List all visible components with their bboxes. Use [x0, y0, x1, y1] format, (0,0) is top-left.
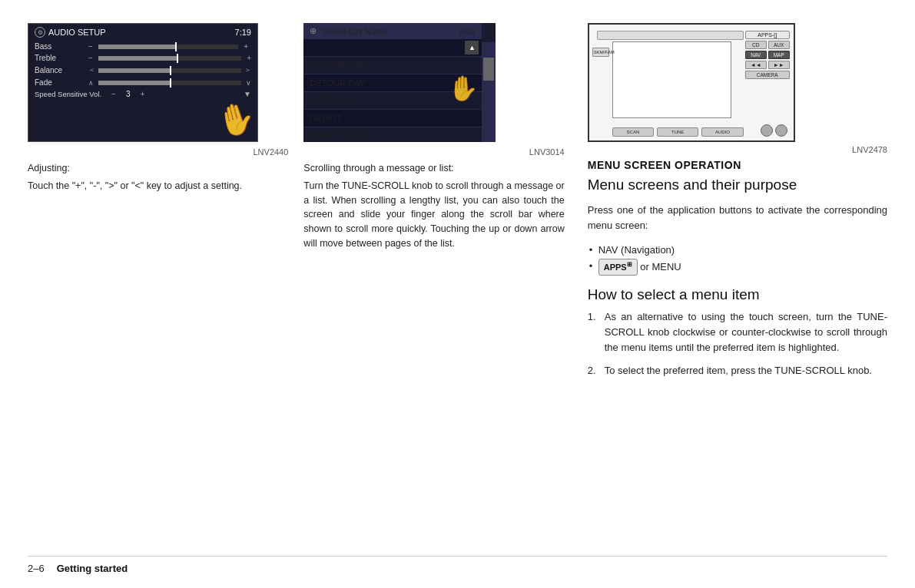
- city-scrollbar[interactable]: [482, 42, 496, 142]
- nav-device-wrapper: APPS-[] CD AUX NAV MAP ◄◄ ►►: [588, 23, 795, 142]
- device-right-buttons: APPS-[] CD AUX NAV MAP ◄◄ ►►: [745, 31, 790, 79]
- audio-plus-treble[interactable]: +: [244, 54, 251, 62]
- audio-settings-icon: ⚙: [35, 27, 45, 38]
- device-btn-apps[interactable]: APPS-[]: [745, 31, 790, 39]
- audio-left-balance[interactable]: ＜: [88, 65, 96, 75]
- city-name-3: DEWITT: [310, 114, 476, 123]
- device-knob-right[interactable]: [775, 124, 787, 137]
- device-bottom-buttons: SCAN TUNE AUDIO: [612, 127, 744, 137]
- device-btn-skm[interactable]: SKM/FAM: [592, 48, 609, 57]
- device-btn-map[interactable]: MAP: [768, 51, 790, 59]
- col3-caption: LNV2478: [588, 145, 887, 154]
- numbered-item-2-text: To select the preferred item, press the …: [605, 365, 872, 376]
- device-btn-row-media: ◄◄ ►►: [745, 61, 790, 69]
- bullet-nav-text: NAV (Navigation): [598, 244, 675, 256]
- audio-screen-content: ⚙ AUDIO SETUP 7:19 Bass −: [28, 24, 257, 104]
- city-screen-wrapper: ⊕ Select City Name: 8:01 ▲ DENVER TWP: [303, 23, 496, 142]
- city-screen-time: 8:01: [459, 27, 476, 36]
- city-row-0[interactable]: DENVER TWP: [303, 57, 482, 74]
- footer-page-num: 2–6: [28, 563, 45, 574]
- city-row-4[interactable]: DEWITT TWP: [303, 127, 482, 142]
- column-2: ⊕ Select City Name: 8:01 ▲ DENVER TWP: [296, 23, 572, 387]
- device-btn-fwd[interactable]: ►►: [768, 61, 790, 69]
- audio-screen-header: ⚙ AUDIO SETUP 7:19: [35, 27, 251, 38]
- city-scroll-up[interactable]: ▲: [303, 39, 482, 57]
- audio-screen-time: 7:19: [235, 28, 251, 37]
- device-btn-camera[interactable]: CAMERA: [745, 71, 790, 79]
- audio-plus-speed[interactable]: +: [138, 90, 145, 98]
- city-name-0: DENVER TWP: [310, 61, 476, 70]
- nav-device-inner: APPS-[] CD AUX NAV MAP ◄◄ ►►: [588, 23, 795, 142]
- bullet-apps-or: or MENU: [640, 260, 681, 272]
- device-knobs: [761, 124, 787, 137]
- device-btn-cd[interactable]: CD: [745, 41, 767, 49]
- audio-label-treble: Treble: [35, 54, 88, 62]
- device-btn-row-nav: NAV MAP: [745, 51, 790, 59]
- device-screen: [612, 41, 731, 118]
- audio-row-speed: Speed Sensitive Vol. − 3 + ▼: [35, 90, 251, 98]
- audio-speed-value: 3: [126, 90, 131, 98]
- device-btn-nav[interactable]: NAV: [745, 51, 767, 59]
- audio-plus-bass[interactable]: +: [240, 42, 248, 51]
- device-left-buttons: SKM/FAM: [592, 48, 609, 57]
- bullet-apps: APPS⊞ or MENU: [588, 259, 887, 276]
- col2-text: Scrolling through a message or list: Tur…: [303, 161, 564, 251]
- column-3: APPS-[] CD AUX NAV MAP ◄◄ ►►: [572, 23, 887, 387]
- bullet-nav: NAV (Navigation): [588, 243, 887, 259]
- audio-row-treble: Treble − +: [35, 54, 251, 62]
- audio-bar-treble: [98, 56, 241, 61]
- audio-label-bass: Bass: [35, 42, 88, 51]
- device-btn-aux[interactable]: AUX: [768, 41, 790, 49]
- audio-bar-bass: [98, 45, 238, 49]
- audio-bar-balance: [98, 68, 241, 73]
- section-intro: Press one of the application buttons to …: [588, 203, 887, 233]
- audio-label-balance: Balance: [35, 66, 88, 74]
- device-btn-tune[interactable]: TUNE: [657, 127, 698, 137]
- city-scrollbar-thumb[interactable]: [483, 58, 494, 81]
- device-top-bar: [597, 31, 744, 40]
- col1-heading: Adjusting:: [28, 161, 288, 176]
- audio-label-speed: Speed Sensitive Vol.: [35, 90, 111, 98]
- device-btn-audio[interactable]: AUDIO: [701, 127, 743, 137]
- city-nav-icon: ⊕: [310, 26, 317, 36]
- subsection-title: How to select a menu item: [588, 286, 887, 303]
- audio-minus-speed[interactable]: −: [111, 90, 119, 98]
- numbered-item-1: 1. As an alternative to using the touch …: [588, 309, 887, 355]
- numbered-item-2: 2. To select the preferred item, press t…: [588, 363, 887, 378]
- bullet-list: NAV (Navigation) APPS⊞ or MENU: [588, 243, 887, 276]
- city-screen-header: ⊕ Select City Name: 8:01: [303, 23, 482, 39]
- audio-minus-bass[interactable]: −: [88, 42, 96, 51]
- city-hand-cursor-icon: ✋: [448, 74, 479, 103]
- numbered-item-1-text: As an alternative to using the touch scr…: [605, 311, 887, 353]
- audio-screen-image: ⚙ AUDIO SETUP 7:19 Bass −: [28, 23, 258, 142]
- col2-body: Turn the TUNE-SCROLL knob to scroll thro…: [303, 179, 564, 251]
- device-btn-row-cd: CD AUX: [745, 41, 790, 49]
- col1-caption: LNV2440: [28, 147, 288, 157]
- num-1: 1.: [588, 309, 596, 325]
- device-btn-back[interactable]: ◄◄: [745, 61, 767, 69]
- col1-text: Adjusting: Touch the "+", "-", ">" or "<…: [28, 161, 288, 193]
- page-footer: 2–6 Getting started: [28, 556, 887, 574]
- device-btn-scan[interactable]: SCAN: [612, 127, 654, 137]
- device-knob-left[interactable]: [761, 124, 773, 137]
- content-area: ⚙ AUDIO SETUP 7:19 Bass −: [28, 23, 887, 387]
- numbered-list: 1. As an alternative to using the touch …: [588, 309, 887, 379]
- audio-down-fade[interactable]: ∨: [244, 79, 251, 87]
- section-title-lower: Menu screens and their purpose: [588, 176, 887, 195]
- city-row-3[interactable]: DEWITT: [303, 110, 482, 127]
- audio-label-fade: Fade: [35, 78, 88, 87]
- apps-badge-sup: ⊞: [627, 261, 632, 268]
- audio-screen-title: AUDIO SETUP: [48, 28, 106, 37]
- audio-right-balance[interactable]: ＞: [244, 65, 251, 75]
- audio-screen-wrapper: ⚙ AUDIO SETUP 7:19 Bass −: [28, 23, 258, 142]
- section-title-upper: MENU SCREEN OPERATION: [588, 159, 887, 171]
- audio-up-fade[interactable]: ∧: [88, 79, 96, 87]
- audio-minus-treble[interactable]: −: [88, 54, 96, 62]
- apps-badge[interactable]: APPS⊞: [598, 259, 638, 276]
- city-up-arrow[interactable]: ▲: [465, 41, 479, 55]
- page-container: ⚙ AUDIO SETUP 7:19 Bass −: [0, 0, 915, 588]
- city-screen-title: Select City Name:: [322, 27, 390, 36]
- city-list-container: ⊕ Select City Name: 8:01 ▲ DENVER TWP: [303, 23, 496, 142]
- city-name-4: DEWITT TWP: [310, 131, 476, 140]
- col2-caption: LNV3014: [303, 147, 564, 157]
